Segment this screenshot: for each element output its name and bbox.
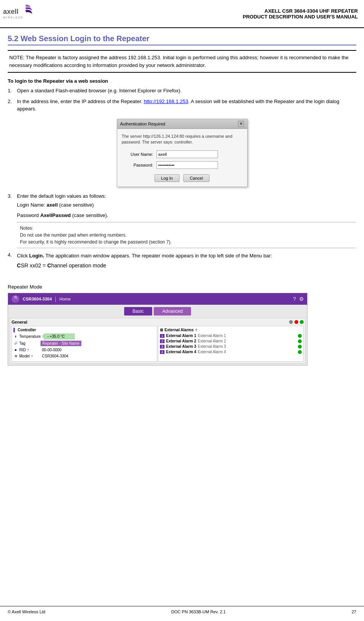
header-title: AXELL CSR 3604-3304 UHF REPEATER PRODUCT… <box>243 8 358 20</box>
rid-row: ■ RID ? 00-00-0000 <box>13 347 155 352</box>
controller-header-text: Controller <box>18 328 36 332</box>
temp-label-text: Temperature <box>19 334 41 339</box>
alarms-panel-header: ⊞ External Alarms ? <box>160 328 302 332</box>
step-1-text: Open a standard Flash-enabled browser (e… <box>17 87 356 95</box>
step-3-login-bold: axell <box>47 202 58 208</box>
model-value: CSR3604-3304 <box>40 354 71 359</box>
alarm-3-label: External Alarm 3 <box>166 344 196 349</box>
header-title-line1: AXELL CSR 3604-3304 UHF REPEATER <box>243 8 358 14</box>
svg-text:WIRELESS: WIRELESS <box>3 16 23 19</box>
step-3-login: Login Name: axell (case sensitive) <box>17 201 356 209</box>
rid-label: ■ RID ? <box>13 348 40 352</box>
help-icon[interactable]: ? <box>293 296 296 302</box>
tag-label: 🔗 Tag <box>13 341 40 346</box>
step-3-password: Password AxellPasswd (case sensitive). <box>17 212 356 220</box>
alarm-1-label: External Alarm 1 <box>166 334 196 338</box>
repeater-mode-label: Repeater Mode <box>8 284 356 290</box>
notes-title: Notes: <box>20 225 353 232</box>
model-label-text: Model <box>19 354 30 358</box>
alarm-1-text: External Alarm 1 <box>198 334 296 338</box>
alarm-2-label: External Alarm 2 <box>166 339 196 343</box>
step-2-link[interactable]: http://192.168.1.253 <box>144 98 188 104</box>
note-box: NOTE: The Repeater is factory assigned t… <box>8 50 356 73</box>
app-home: Home <box>59 297 70 301</box>
section-heading: 5.2 Web Session Login to the Repeater <box>8 34 356 45</box>
password-label: Password: <box>122 163 156 167</box>
alarm-row-4: 4 External Alarm 4 External Alarm 4 <box>160 350 302 354</box>
app-menubar: CSR3604-3304 | Home ? ⚙ <box>8 293 307 305</box>
alarms-help-icon[interactable]: ? <box>195 328 198 332</box>
general-header-icons <box>289 320 304 324</box>
controller-panel-header: ▌ Controller <box>13 328 155 332</box>
alarm-row-3: 3 External Alarm 3 External Alarm 3 <box>160 344 302 349</box>
dialog-body: The server http://126.1.24.124:80 requir… <box>117 129 247 187</box>
tag-row: 🔗 Tag Repeater - Site Name <box>13 341 155 346</box>
tab-advanced[interactable]: Advanced <box>154 307 191 316</box>
dialog-titlebar: Authentication Required ✕ <box>117 119 247 129</box>
alarms-panel: ⊞ External Alarms ? 1 External Alarm 1 E… <box>158 326 304 362</box>
channel-bold: C <box>47 262 51 269</box>
controller-header-icon: ▌ <box>13 328 16 332</box>
alarm-3-text: External Alarm 3 <box>198 344 296 349</box>
step-2: 2. In the address line, enter the IP add… <box>8 98 356 113</box>
step-3: 3. Enter the default login values as fol… <box>8 193 356 199</box>
password-field: Password: <box>122 161 243 169</box>
general-grid: ▌ Controller 🌡 Temperature ? →+35.0 °C <box>12 326 304 362</box>
controller-panel: ▌ Controller 🌡 Temperature ? →+35.0 °C <box>12 326 157 362</box>
step-3-text: Enter the default login values as follow… <box>17 193 106 199</box>
rid-value: 00-00-0000 <box>40 347 71 352</box>
section-title: Web Session Login to the Repeater <box>20 34 149 43</box>
logo-area: axell WIRELESS <box>3 3 34 24</box>
csr-c-bold: C <box>17 262 21 269</box>
alarms-header-text: External Alarms <box>165 328 194 332</box>
step-4-text-before: Click <box>17 253 29 259</box>
alarm-3-num: 3 <box>160 345 165 349</box>
notes-line2: For security, it is highly recommended t… <box>20 239 353 245</box>
username-input[interactable] <box>156 150 218 158</box>
notes-box: Notes: Do not use the number pad when en… <box>17 222 356 248</box>
page-content: 5.2 Web Session Login to the Repeater NO… <box>0 28 364 372</box>
model-help-icon[interactable]: ? <box>31 354 33 358</box>
alarm-4-label: External Alarm 4 <box>166 350 196 354</box>
channel-rest: hannel operation mode <box>51 262 106 269</box>
login-button[interactable]: Log In <box>155 174 180 182</box>
tab-basic[interactable]: Basic <box>124 307 152 316</box>
step-3-login-suffix: (case sensitive) <box>58 202 94 208</box>
model-label: ⊞ Model ? <box>13 354 40 359</box>
general-label: General <box>12 320 27 324</box>
minimize-icon[interactable] <box>289 320 293 324</box>
notes-line1: Do not use the number pad when entering … <box>20 232 353 239</box>
dialog-close-button[interactable]: ✕ <box>238 121 244 127</box>
alarm-2-indicator <box>298 339 302 343</box>
step-4-login-bold: Login. <box>29 253 44 259</box>
rid-help-icon[interactable]: ? <box>27 348 29 352</box>
step-2-num: 2. <box>8 98 17 113</box>
temp-icon: 🌡 <box>13 334 18 339</box>
csr-mode-line: CSR xx02 = Channel operation mode <box>17 262 356 269</box>
step-4-text-after: The application main window appears. The… <box>44 253 272 259</box>
header-title-line2: PRODUCT DESCRIPTION AND USER'S MANUAL <box>243 14 358 20</box>
rid-icon: ■ <box>13 348 18 352</box>
model-icon: ⊞ <box>13 354 18 359</box>
app-logo <box>11 295 20 303</box>
alarm-4-indicator <box>298 350 302 354</box>
rid-label-text: RID <box>19 348 26 352</box>
username-label: User Name: <box>122 152 156 157</box>
axell-logo-svg: axell WIRELESS <box>3 3 34 24</box>
step-1-num: 1. <box>8 87 17 95</box>
tag-value: Repeater - Site Name <box>40 341 81 346</box>
app-separator: | <box>55 296 57 302</box>
step-2-text-before: In the address line, enter the IP addres… <box>17 98 144 104</box>
password-input[interactable] <box>156 161 218 169</box>
expand-icon[interactable] <box>300 320 304 324</box>
dialog-container: Authentication Required ✕ The server htt… <box>8 119 356 187</box>
settings-icon[interactable]: ⚙ <box>299 296 304 302</box>
alarms-header-icon: ⊞ <box>160 328 163 332</box>
cancel-button[interactable]: Cancel <box>183 174 209 182</box>
close-icon[interactable] <box>294 320 298 324</box>
dialog-buttons: Log In Cancel <box>122 174 243 182</box>
sub-heading: To login to the Repeater via a web sessi… <box>8 78 356 84</box>
model-row: ⊞ Model ? CSR3604-3304 <box>13 354 155 359</box>
step-3-pw-suffix: (case sensitive). <box>71 212 108 218</box>
footer-center: DOC PN 3633B-UM Rev. 2.1 <box>171 609 226 614</box>
